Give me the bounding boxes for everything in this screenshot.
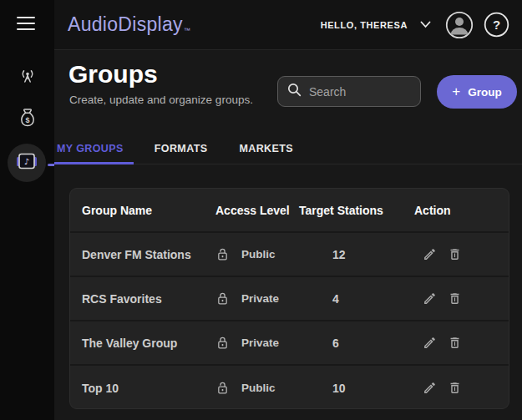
target-stations-count: 4 [332,292,414,306]
sidebar: $ ♪ [0,0,54,420]
svg-text:?: ? [493,18,500,32]
money-bag-icon: $ [18,108,38,133]
lock-closed-icon [215,291,230,306]
edit-pencil-icon[interactable] [423,336,437,350]
row-actions [414,336,509,350]
tab-formats[interactable]: FORMATS [144,134,219,164]
access-level-cell: Private [215,335,332,351]
column-header-target-stations: Target Stations [299,204,414,217]
access-level-cell: Public [215,246,332,262]
target-stations-count: 6 [332,337,414,350]
edit-pencil-icon[interactable] [423,381,437,395]
access-level-text: Public [241,382,276,394]
access-level-cell: Public [215,380,332,396]
table-row: Top 10 [70,366,509,409]
svg-text:♪: ♪ [24,157,29,166]
sidebar-item-broadcast[interactable] [0,66,54,89]
help-icon[interactable]: ? [484,12,509,38]
page-subtitle: Create, update and organize groups. [69,94,253,106]
access-level-cell: Private [215,291,332,306]
audio-display-icon: ♪ [16,152,38,174]
top-header: AudioDisplay™ HELLO, THERESA ? [54,0,522,50]
plus-icon: + [452,83,460,100]
trademark-mark: ™ [184,27,190,34]
avatar-icon[interactable] [445,11,474,39]
target-stations-count: 12 [332,248,414,261]
tab-markets[interactable]: MARKETS [228,134,304,164]
access-level-text: Public [241,248,276,261]
sidebar-item-monetization[interactable]: $ [0,108,54,133]
access-level-text: Private [241,337,279,349]
group-name: The Valley Group [82,337,215,350]
header-right-cluster: HELLO, THERESA ? [321,11,509,39]
edit-pencil-icon[interactable] [423,291,437,306]
tab-my-groups[interactable]: MY GROUPS [54,134,134,164]
column-header-access-level: Access Level [215,204,299,217]
table-row: RCS Favorites [70,277,509,321]
row-actions [414,291,509,306]
table-header-row: Group Name Access Level Target Stations … [70,189,509,233]
search-box[interactable] [277,76,421,107]
table-row: The Valley Group [70,321,509,366]
group-name: RCS Favorites [82,292,215,306]
user-greeting[interactable]: HELLO, THERESA [321,20,408,30]
access-level-text: Private [241,292,279,305]
page-title: Groups [68,60,158,89]
hamburger-menu-icon[interactable] [17,17,37,33]
sidebar-item-audio-display-active[interactable]: ♪ [8,144,46,182]
column-header-action: Action [414,204,509,217]
group-name: Top 10 [82,382,215,395]
delete-trash-icon[interactable] [448,381,462,395]
app-window: $ ♪ AudioDisplay™ HELLO, THERESA [0,0,522,420]
app-logo: AudioDisplay™ [68,13,190,36]
target-stations-count: 10 [332,382,414,395]
svg-text:$: $ [25,116,29,124]
chevron-down-icon[interactable] [420,21,431,28]
delete-trash-icon[interactable] [448,247,462,261]
main-content: Groups Create, update and organize group… [54,51,522,420]
column-header-group-name: Group Name [82,204,215,217]
search-icon [287,83,302,100]
table-row: Denver FM Stations [70,233,509,277]
delete-trash-icon[interactable] [448,336,462,350]
row-actions [414,247,509,261]
lock-open-icon [215,380,230,396]
lock-closed-icon [215,335,230,351]
delete-trash-icon[interactable] [448,291,462,306]
edit-pencil-icon[interactable] [423,247,437,261]
lock-open-icon [215,246,230,262]
tab-bar: MY GROUPS FORMATS MARKETS [54,134,522,164]
add-group-button[interactable]: + Group [437,75,517,109]
row-actions [414,381,509,395]
groups-table: Group Name Access Level Target Stations … [69,188,509,409]
broadcast-antenna-icon [18,66,38,89]
group-name: Denver FM Stations [82,248,215,261]
search-input[interactable] [309,85,405,99]
